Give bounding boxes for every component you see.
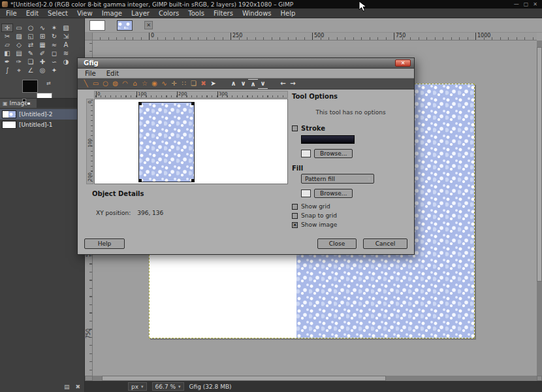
selection-handle[interactable] xyxy=(191,179,195,182)
arc-tool-icon[interactable]: ◠ xyxy=(120,78,130,89)
warp-transform-tool-icon[interactable]: ≈ xyxy=(48,41,60,49)
image-tab-2[interactable] xyxy=(117,20,133,31)
menu-item[interactable]: Help xyxy=(276,8,300,18)
fill-type-select[interactable]: Pattern fill ▾ xyxy=(301,174,374,184)
free-select-tool-icon[interactable]: ∿ xyxy=(37,24,48,32)
menu-item[interactable]: Tools xyxy=(183,8,209,18)
cage-transform-tool-icon[interactable]: ▦ xyxy=(37,41,48,49)
dialog-close-icon[interactable]: ✕ xyxy=(395,59,411,67)
raise-to-top-icon[interactable]: ∧ xyxy=(248,79,258,89)
scale-tool-icon[interactable]: ⇲ xyxy=(60,32,72,41)
dock-close-icon[interactable]: ✖ xyxy=(75,384,80,390)
image-list-item[interactable]: [Untitled]-1 xyxy=(0,120,84,130)
stroke-browse-button[interactable]: Browse... xyxy=(314,149,353,158)
gfig-preview[interactable] xyxy=(94,99,288,184)
default-colors-icon[interactable] xyxy=(22,99,31,105)
gfig-menu-item[interactable]: File xyxy=(80,70,101,77)
pencil-tool-icon[interactable]: ✎ xyxy=(25,49,37,57)
unit-select[interactable]: px ▾ xyxy=(128,382,147,391)
menu-item[interactable]: Image xyxy=(97,8,127,18)
delete-object-icon[interactable]: ✖ xyxy=(199,78,208,89)
unified-transform-tool-icon[interactable]: ⊞ xyxy=(37,32,48,41)
tab-close-icon[interactable]: ✕ xyxy=(144,21,153,29)
line-tool-icon[interactable]: ╲ xyxy=(81,78,91,89)
dock-menu-icon[interactable]: ▤ xyxy=(64,384,70,390)
color-picker-tool-icon[interactable]: ⌖ xyxy=(13,66,25,74)
star-tool-icon[interactable]: ☆ xyxy=(140,78,150,89)
back-icon[interactable]: ← xyxy=(278,78,288,89)
menu-item[interactable]: Layer xyxy=(127,8,154,18)
images-dock-tab[interactable]: ▣ Images xyxy=(0,99,37,108)
menu-item[interactable]: View xyxy=(72,8,97,18)
vertical-scrollbar[interactable] xyxy=(537,41,542,376)
menu-item[interactable]: Edit xyxy=(22,8,43,18)
foreground-select-tool-icon[interactable]: ▨ xyxy=(13,32,25,41)
smudge-tool-icon[interactable]: ∽ xyxy=(48,57,60,66)
image-tab-1[interactable] xyxy=(89,20,105,31)
checkbox-row[interactable]: ✕ Show image xyxy=(292,221,409,228)
checkbox[interactable] xyxy=(292,204,298,210)
rectangle-tool-icon[interactable]: ▭ xyxy=(91,78,101,89)
cancel-button[interactable]: Cancel xyxy=(363,238,407,249)
polygon-tool-icon[interactable]: ⌂ xyxy=(130,78,140,89)
move-point-icon[interactable]: ∷ xyxy=(179,78,189,89)
stroke-checkbox[interactable] xyxy=(292,125,298,131)
image-list-item[interactable]: [Untitled]-2 xyxy=(0,109,84,120)
checkbox[interactable]: ✕ xyxy=(292,222,298,228)
measure-tool-icon[interactable]: ∠ xyxy=(25,66,37,74)
dodge-burn-tool-icon[interactable]: ◑ xyxy=(60,57,72,66)
gradient-tool-icon[interactable]: ▤ xyxy=(13,49,25,57)
ellipse-select-tool-icon[interactable]: ○ xyxy=(25,24,37,32)
window-control-icon[interactable]: — xyxy=(514,0,519,8)
paths-tool-icon[interactable]: ∫ xyxy=(1,66,13,74)
scrollbar-thumb[interactable] xyxy=(537,47,542,282)
checkbox[interactable] xyxy=(292,213,298,219)
ellipse-tool-icon[interactable]: ◍ xyxy=(110,78,120,89)
window-control-icon[interactable]: ✕ xyxy=(533,0,537,8)
checkbox-row[interactable]: Show grid xyxy=(292,203,409,210)
foreground-color-swatch[interactable] xyxy=(22,80,38,93)
help-button[interactable]: Help xyxy=(84,238,125,249)
forward-icon[interactable]: → xyxy=(288,78,298,89)
quick-mask-toggle[interactable] xyxy=(85,376,93,381)
heal-tool-icon[interactable]: ✚ xyxy=(37,57,48,66)
selection-handle[interactable] xyxy=(138,102,142,105)
gfig-dialog-titlebar[interactable]: Gfig ✕ xyxy=(78,58,414,69)
stroke-color-swatch[interactable] xyxy=(301,135,355,144)
circle-tool-icon[interactable]: ○ xyxy=(101,78,110,89)
flip-tool-icon[interactable]: ⇄ xyxy=(25,41,37,49)
select-object-icon[interactable]: ➤ xyxy=(208,78,218,89)
selection-handle[interactable] xyxy=(191,102,195,105)
swap-colors-icon[interactable]: ⇄ xyxy=(46,80,51,86)
bezier-tool-icon[interactable]: ∿ xyxy=(159,78,169,89)
spiral-tool-icon[interactable]: ◉ xyxy=(150,78,159,89)
paintbrush-tool-icon[interactable]: ✐ xyxy=(37,49,48,57)
rect-select-tool-icon[interactable]: ▭ xyxy=(13,24,25,32)
gfig-menu-item[interactable]: Edit xyxy=(101,70,124,77)
clone-tool-icon[interactable]: ❏ xyxy=(25,57,37,66)
horizontal-ruler[interactable]: 02505007501000 xyxy=(93,33,537,41)
ruler-corner-button[interactable] xyxy=(85,33,93,41)
shear-tool-icon[interactable]: ▱ xyxy=(1,41,13,49)
n-point-deformation-tool-icon[interactable]: ✦ xyxy=(48,66,60,74)
horizontal-scrollbar[interactable] xyxy=(93,376,537,381)
select-by-color-tool-icon[interactable]: ▧ xyxy=(60,24,72,32)
airbrush-tool-icon[interactable]: ≋ xyxy=(60,49,72,57)
pattern-preview-swatch[interactable] xyxy=(301,189,311,197)
ink-tool-icon[interactable]: ✒ xyxy=(1,57,13,66)
menu-item[interactable]: Select xyxy=(43,8,72,18)
zoom-tool-icon[interactable]: ◎ xyxy=(37,66,48,74)
scrollbar-thumb[interactable] xyxy=(102,376,386,381)
fill-browse-button[interactable]: Browse... xyxy=(314,189,353,198)
move-tool-icon[interactable]: ✛ xyxy=(1,24,13,32)
menu-item[interactable]: Windows xyxy=(238,8,276,18)
crop-tool-icon[interactable]: ◱ xyxy=(25,32,37,41)
fuzzy-select-tool-icon[interactable]: ✶ xyxy=(48,24,60,32)
menu-item[interactable]: File xyxy=(1,8,22,18)
menu-item[interactable]: Colors xyxy=(154,8,183,18)
move-object-icon[interactable]: ✛ xyxy=(169,78,179,89)
window-control-icon[interactable]: ▢ xyxy=(524,0,529,8)
menu-item[interactable]: Filters xyxy=(209,8,238,18)
brush-preview-swatch[interactable] xyxy=(301,150,311,157)
selection-handle[interactable] xyxy=(138,179,142,182)
